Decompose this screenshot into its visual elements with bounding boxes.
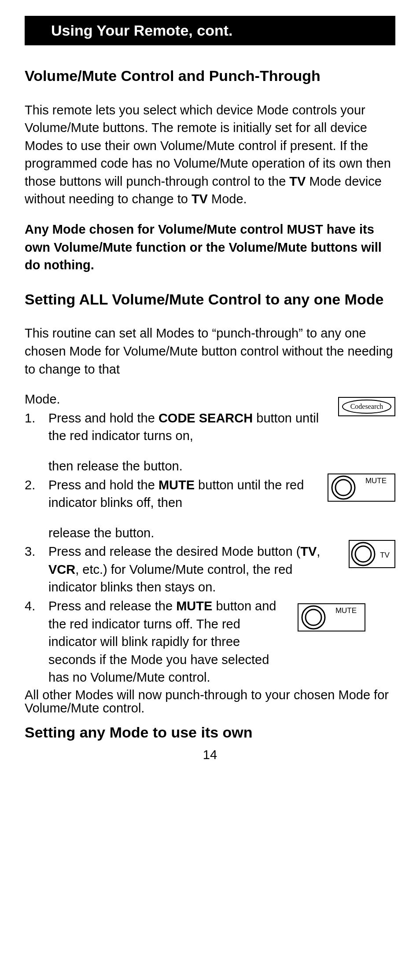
svg-text:TV: TV <box>380 551 390 559</box>
svg-text:Codesearch: Codesearch <box>350 403 383 410</box>
title-bar: Using Your Remote, cont. <box>25 16 395 45</box>
mute-label: MUTE <box>158 478 195 492</box>
text: Press and hold the <box>48 478 158 492</box>
steps-list: Press and hold the CODE SEARCH button un… <box>25 409 395 686</box>
text: release the button. <box>48 526 154 540</box>
mute-button-icon: MUTE <box>328 473 395 502</box>
step-1: Press and hold the CODE SEARCH button un… <box>25 409 395 475</box>
text: Mode. <box>208 192 247 206</box>
section1-note: Any Mode chosen for Volume/Mute control … <box>25 220 395 274</box>
section3-heading: Setting any Mode to use its own <box>25 723 395 742</box>
text: Press and release the <box>48 599 176 613</box>
tv-button-icon: TV <box>349 540 395 568</box>
tv-label: TV <box>289 174 306 188</box>
svg-text:MUTE: MUTE <box>365 477 387 485</box>
section1-heading: Volume/Mute Control and Punch-Through <box>25 66 395 85</box>
step-3: Press and release the desired Mode butto… <box>25 543 395 596</box>
page-number: 14 <box>25 748 395 762</box>
mute-label: MUTE <box>176 599 212 613</box>
text: then release the button. <box>48 459 183 473</box>
section2-heading: Setting ALL Volume/Mute Control to any o… <box>25 290 395 309</box>
section2-intro: This routine can set all Modes to “punch… <box>25 324 395 378</box>
text: Press and hold the <box>48 411 158 425</box>
step-2: Press and hold the MUTE button until the… <box>25 476 395 542</box>
section1-paragraph: This remote lets you select which device… <box>25 101 395 209</box>
text: , etc.) for Volume/Mute control, the red… <box>48 562 292 595</box>
code-search-label: CODE SEARCH <box>158 411 253 425</box>
codesearch-button-icon: Codesearch <box>338 397 395 416</box>
text: , <box>317 544 320 558</box>
mute-button-icon: MUTE <box>298 603 365 631</box>
tv-label: TV <box>192 192 208 206</box>
step-4: Press and release the MUTE button and th… <box>25 597 395 686</box>
svg-text:MUTE: MUTE <box>335 606 357 615</box>
svg-point-5 <box>335 480 351 496</box>
vcr-label: VCR <box>48 562 75 576</box>
section2-outro: All other Modes will now punch-through t… <box>25 688 395 715</box>
tv-label: TV <box>300 544 317 558</box>
svg-point-13 <box>306 609 321 625</box>
text: Press and release the desired Mode butto… <box>48 544 300 558</box>
svg-point-9 <box>355 546 371 562</box>
